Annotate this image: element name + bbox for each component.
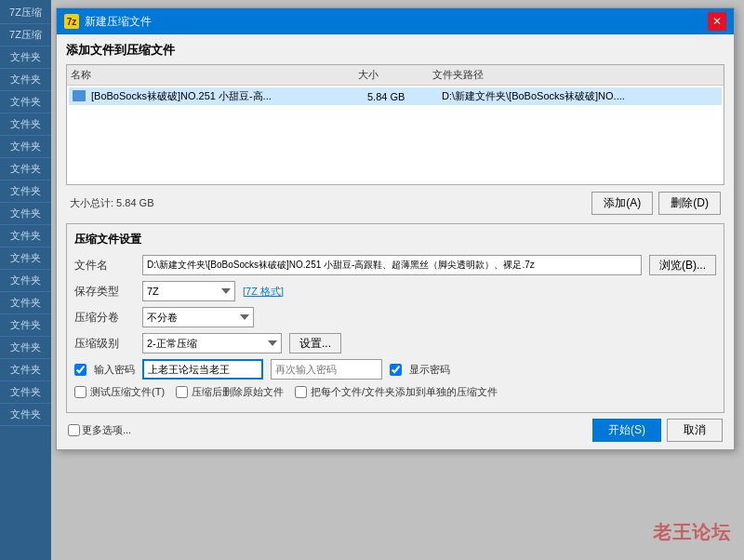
delete-after-option: 压缩后删除原始文件 (176, 385, 284, 399)
bottom-action-row: 更多选项... 开始(S) 取消 (66, 419, 724, 442)
password-checkbox[interactable] (74, 364, 86, 376)
test-compress-option: 测试压缩文件(T) (74, 385, 165, 399)
split-select-wrap: 不分卷 (142, 307, 254, 327)
add-single-option: 把每个文件/文件夹添加到单独的压缩文件 (295, 385, 498, 399)
level-select[interactable]: 2-正常压缩 (142, 333, 282, 353)
watermark: 老王论坛 (653, 520, 731, 545)
sidebar-item-11[interactable]: 文件夹 (0, 247, 51, 270)
bottom-options: 测试压缩文件(T) 压缩后删除原始文件 把每个文件/文件夹添加到单独的压缩文件 (74, 385, 716, 399)
save-type-row: 保存类型 7Z [7Z 格式] (74, 281, 716, 301)
sidebar-item-1[interactable]: 7Z压缩 (0, 24, 51, 47)
sidebar-item-5[interactable]: 文件夹 (0, 113, 51, 136)
settings-section: 压缩文件设置 文件名 浏览(B)... 保存类型 7Z [7Z 格式] 压缩分卷 (66, 223, 724, 413)
sidebar-item-10[interactable]: 文件夹 (0, 225, 51, 247)
add-button[interactable]: 添加(A) (591, 192, 653, 215)
sidebar-item-12[interactable]: 文件夹 (0, 270, 51, 292)
close-button[interactable]: ✕ (708, 12, 726, 31)
more-options-link[interactable]: 更多选项... (68, 423, 131, 437)
dialog-icon: 7z (64, 14, 79, 29)
browse-button[interactable]: 浏览(B)... (649, 255, 716, 275)
action-buttons: 添加(A) 删除(D) (591, 192, 721, 215)
settings-button[interactable]: 设置... (289, 333, 341, 353)
delete-after-checkbox[interactable] (176, 386, 188, 398)
split-row: 压缩分卷 不分卷 (74, 307, 716, 327)
sidebar-item-8[interactable]: 文件夹 (0, 180, 51, 203)
level-label: 压缩级别 (74, 336, 135, 352)
file-list-area: 名称 大小 文件夹路径 [BoBoSocks袜破破]NO.251 小甜豆-高..… (66, 64, 724, 185)
split-label: 压缩分卷 (74, 310, 135, 326)
file-list-header: 名称 大小 文件夹路径 (67, 65, 724, 86)
save-type-format: [7Z 格式] (243, 285, 284, 299)
password-checkbox-label: 输入密码 (94, 363, 135, 377)
file-list-body: [BoBoSocks袜破破]NO.251 小甜豆-高... 5.84 GB D:… (67, 86, 724, 107)
password-confirm-input[interactable] (271, 359, 382, 380)
dialog-title-left: 7z 新建压缩文件 (64, 14, 152, 30)
level-select-wrap: 2-正常压缩 (142, 333, 282, 353)
sidebar-item-0[interactable]: 7Z压缩 (0, 2, 51, 24)
sidebar-item-3[interactable]: 文件夹 (0, 69, 51, 91)
total-size-label: 大小总计: 5.84 GB (70, 196, 153, 210)
sidebar-item-9[interactable]: 文件夹 (0, 203, 51, 225)
settings-title: 压缩文件设置 (74, 232, 716, 247)
save-type-select[interactable]: 7Z (142, 281, 235, 301)
sidebar-item-17[interactable]: 文件夹 (0, 381, 51, 404)
test-compress-checkbox[interactable] (74, 386, 86, 398)
save-type-label: 保存类型 (74, 284, 135, 300)
delete-after-label: 压缩后删除原始文件 (192, 385, 284, 399)
sidebar-item-14[interactable]: 文件夹 (0, 314, 51, 337)
password-row: 输入密码 显示密码 (74, 359, 716, 380)
dialog-body: 添加文件到压缩文件 名称 大小 文件夹路径 [BoBoSocks袜破破]NO.2… (57, 34, 734, 449)
table-row[interactable]: [BoBoSocks袜破破]NO.251 小甜豆-高... 5.84 GB D:… (69, 87, 722, 105)
cancel-button[interactable]: 取消 (667, 419, 723, 442)
action-btns-right: 开始(S) 取消 (592, 419, 723, 442)
sidebar-item-16[interactable]: 文件夹 (0, 359, 51, 381)
start-button[interactable]: 开始(S) (592, 419, 661, 442)
sidebar-item-6[interactable]: 文件夹 (0, 136, 51, 158)
split-select[interactable]: 不分卷 (142, 307, 254, 327)
sidebar-item-18[interactable]: 文件夹 (0, 404, 51, 426)
sidebar-item-7[interactable]: 文件夹 (0, 158, 51, 180)
sidebar-item-4[interactable]: 文件夹 (0, 91, 51, 113)
delete-button[interactable]: 删除(D) (658, 192, 721, 215)
password-input[interactable] (142, 359, 263, 380)
add-files-title: 添加文件到压缩文件 (66, 42, 724, 59)
more-options-checkbox[interactable] (68, 424, 80, 436)
col-path-header: 文件夹路径 (432, 68, 720, 82)
total-size-row: 大小总计: 5.84 GB 添加(A) 删除(D) (66, 189, 724, 218)
col-name-header: 名称 (71, 68, 358, 82)
level-row: 压缩级别 2-正常压缩 设置... (74, 333, 716, 353)
add-single-checkbox[interactable] (295, 386, 307, 398)
new-archive-dialog: 7z 新建压缩文件 ✕ 添加文件到压缩文件 名称 大小 文件夹路径 [BoBoS… (56, 7, 735, 450)
dialog-titlebar: 7z 新建压缩文件 ✕ (57, 8, 734, 34)
add-single-label: 把每个文件/文件夹添加到单独的压缩文件 (311, 385, 498, 399)
sidebar-item-13[interactable]: 文件夹 (0, 292, 51, 314)
file-icon (73, 90, 87, 103)
file-path-cell: D:\新建文件夹\[BoBoSocks袜破破]NO.... (442, 89, 718, 103)
save-type-select-wrap: 7Z (142, 281, 235, 301)
show-password-checkbox[interactable] (390, 364, 402, 376)
test-compress-label: 测试压缩文件(T) (90, 385, 165, 399)
show-password-label: 显示密码 (409, 363, 450, 377)
filename-label: 文件名 (74, 258, 135, 273)
filename-input[interactable] (142, 255, 642, 275)
sidebar: 7Z压缩 7Z压缩 文件夹 文件夹 文件夹 文件夹 文件夹 文件夹 文件夹 文件… (0, 0, 51, 560)
filename-row: 文件名 浏览(B)... (74, 255, 716, 275)
dialog-title-text: 新建压缩文件 (85, 14, 152, 30)
sidebar-item-15[interactable]: 文件夹 (0, 337, 51, 359)
col-size-header: 大小 (358, 68, 432, 82)
more-options-text: 更多选项... (82, 423, 131, 437)
sidebar-item-2[interactable]: 文件夹 (0, 47, 51, 69)
file-size-cell: 5.84 GB (367, 91, 442, 102)
file-name-cell: [BoBoSocks袜破破]NO.251 小甜豆-高... (91, 89, 367, 103)
